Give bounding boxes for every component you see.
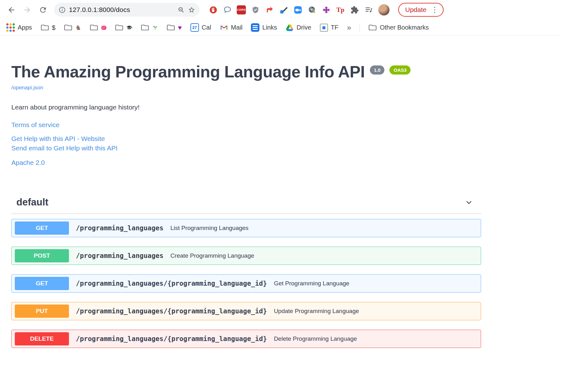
browser-toolbar: 127.0.0.1:8000/docs CORS Tp (0, 0, 561, 20)
forward-icon (23, 6, 31, 14)
zoom-out-icon[interactable] (178, 6, 185, 14)
video-call-icon[interactable] (293, 5, 303, 14)
bookmark-folder-seedling[interactable] (141, 23, 158, 32)
media-queue-icon[interactable] (364, 5, 373, 14)
extensions-puzzle-icon[interactable] (350, 5, 359, 14)
endpoint-get-list-languages[interactable]: GET /programming_languages List Programm… (11, 219, 481, 237)
reload-icon (39, 6, 47, 14)
flower-icon[interactable] (321, 5, 331, 14)
tp-extension-icon[interactable]: Tp (336, 5, 345, 14)
bookmark-folder-horse[interactable]: ♞ (64, 23, 81, 32)
method-badge: POST (15, 249, 69, 262)
color-picker-icon[interactable] (279, 5, 288, 14)
drive-icon (286, 24, 294, 32)
endpoint-summary: Get Programming Language (274, 280, 349, 287)
update-button[interactable]: Update ⋮ (398, 3, 444, 17)
bookmark-label: Drive (297, 24, 311, 31)
endpoint-put-update-language[interactable]: PUT /programming_languages/{programming_… (11, 302, 481, 320)
bookmark-folder-graduation[interactable] (115, 23, 132, 32)
folder-icon (41, 23, 49, 32)
bookmark-star-icon[interactable] (188, 6, 195, 14)
bookmark-calendar[interactable]: 27 Cal (190, 23, 211, 32)
bookmark-folder-purple-heart[interactable]: ♥ (167, 23, 182, 32)
api-title-row: The Amazing Programming Language Info AP… (11, 63, 561, 81)
links-icon (251, 23, 259, 32)
cors-icon[interactable]: CORS (237, 5, 246, 14)
extensions-row: CORS Tp Update ⋮ (208, 3, 557, 17)
address-bar[interactable]: 127.0.0.1:8000/docs (54, 3, 200, 17)
folder-icon (64, 23, 72, 32)
bookmark-links[interactable]: Links (251, 23, 277, 32)
apps-grid-icon (6, 23, 15, 32)
version-badge: 1.0 (370, 65, 385, 75)
bookmark-other-bookmarks[interactable]: Other Bookmarks (368, 23, 429, 32)
privacy-shield-icon[interactable] (251, 5, 260, 14)
method-badge: PUT (15, 305, 69, 318)
site-info-icon[interactable] (59, 6, 66, 14)
seedling-emoji-icon (152, 25, 158, 31)
method-badge: GET (15, 277, 69, 290)
horse-emoji-icon: ♞ (75, 24, 81, 31)
chevron-down-icon[interactable] (465, 199, 473, 206)
api-info-links: Terms of service Get Help with this API … (11, 121, 561, 166)
folder-icon (141, 23, 149, 32)
kebab-menu-icon[interactable]: ⋮ (430, 6, 440, 14)
help-website-link[interactable]: Get Help with this API - Website (11, 135, 561, 143)
chat-bubble-icon[interactable] (223, 5, 232, 14)
gmail-icon (220, 23, 228, 32)
endpoint-path: /programming_languages/{programming_lang… (76, 307, 267, 315)
license-link[interactable]: Apache 2.0 (11, 159, 561, 166)
help-email-link[interactable]: Send email to Get Help with this API (11, 144, 561, 152)
bookmark-tf[interactable]: ▦ TF (320, 24, 338, 32)
section-title: default (16, 197, 48, 208)
forward-button[interactable] (20, 3, 34, 17)
bookmark-folder-brain[interactable] (90, 23, 106, 32)
purple-heart-emoji-icon: ♥ (178, 24, 182, 31)
bookmark-label: Other Bookmarks (380, 24, 429, 31)
tf-doc-icon: ▦ (320, 24, 328, 32)
endpoint-path: /programming_languages/{programming_lang… (76, 280, 267, 287)
back-icon (7, 6, 16, 14)
content-blocker-icon[interactable] (208, 5, 218, 14)
endpoint-summary: Create Programming Language (170, 252, 254, 259)
api-description: Learn about programming language history… (11, 104, 561, 111)
bookmark-label: Mail (231, 24, 243, 31)
endpoint-path: /programming_languages/{programming_lang… (76, 335, 267, 343)
bookmarks-overflow-chevron[interactable]: » (347, 23, 351, 32)
folder-icon (90, 23, 98, 32)
endpoint-summary: Delete Programming Language (274, 335, 357, 342)
tag-section-default[interactable]: default (11, 197, 481, 214)
endpoint-path: /programming_languages (76, 252, 163, 260)
profile-avatar[interactable] (378, 4, 390, 16)
update-label: Update (405, 6, 427, 14)
bookmark-label: Apps (18, 24, 32, 31)
bookmark-drive[interactable]: Drive (286, 24, 311, 32)
endpoint-get-language-by-id[interactable]: GET /programming_languages/{programming_… (11, 274, 481, 293)
swagger-ui-page: The Amazing Programming Language Info AP… (0, 36, 561, 348)
science-warning-icon[interactable] (307, 5, 317, 14)
endpoint-delete-language[interactable]: DELETE /programming_languages/{programmi… (11, 330, 481, 348)
share-arrow-icon[interactable] (265, 5, 274, 14)
bookmark-apps[interactable]: Apps (6, 23, 32, 32)
graduation-cap-emoji-icon (126, 25, 132, 31)
calendar-icon: 27 (190, 23, 199, 32)
endpoint-path: /programming_languages (76, 224, 163, 232)
method-badge: DELETE (15, 332, 69, 345)
dollar-emoji-icon: $ (52, 24, 56, 31)
bookmarks-divider (360, 23, 360, 32)
back-button[interactable] (4, 3, 18, 17)
folder-icon (368, 23, 377, 32)
openapi-json-link[interactable]: /openapi.json (11, 85, 43, 91)
bookmark-folder-dollar[interactable]: $ (41, 23, 56, 32)
brain-emoji-icon (101, 25, 106, 30)
method-badge: GET (15, 221, 69, 235)
url-text: 127.0.0.1:8000/docs (69, 6, 174, 14)
terms-of-service-link[interactable]: Terms of service (11, 121, 561, 129)
oas3-badge: OAS3 (389, 65, 411, 75)
endpoint-post-create-language[interactable]: POST /programming_languages Create Progr… (11, 247, 481, 265)
reload-button[interactable] (36, 3, 50, 17)
folder-icon (167, 23, 175, 32)
bookmark-label: Cal (202, 24, 211, 31)
bookmark-label: TF (331, 24, 338, 31)
bookmark-mail[interactable]: Mail (220, 23, 243, 32)
